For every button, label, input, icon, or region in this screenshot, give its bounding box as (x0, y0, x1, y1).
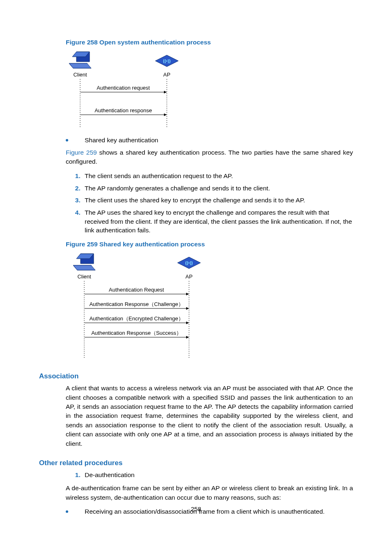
paragraph: A de-authentication frame can be sent by… (66, 484, 353, 502)
laptop-icon (73, 254, 95, 270)
laptop-icon (69, 52, 91, 68)
list-item: The client sends an authentication reque… (82, 171, 353, 181)
list-item: The AP uses the shared key to encrypt th… (82, 208, 353, 235)
sequence-diagram-258: Client ((•)) AP Authentication request A… (66, 51, 189, 129)
figure-258-caption: Figure 258 Open system authentication pr… (66, 39, 353, 46)
bullet-icon (66, 139, 68, 141)
client-label: Client (77, 273, 91, 280)
paragraph: Figure 259 shows a shared key authentica… (66, 148, 353, 167)
sequence-diagram-259: Client ((•)) AP Authentication Request A… (66, 253, 201, 360)
seq-msg: Authentication（Encrypted Challenge） (89, 315, 183, 322)
figure-259-xref[interactable]: Figure 259 (66, 149, 97, 156)
heading-other-related-procedures: Other related procedures (39, 459, 353, 467)
page-number: 258 (0, 505, 392, 512)
numbered-list: The client sends an authentication reque… (66, 171, 353, 235)
svg-text:((•)): ((•)) (185, 260, 193, 265)
paragraph-text: shows a shared key authentication proces… (66, 149, 353, 165)
seq-msg: Authentication Response（Success） (91, 330, 182, 336)
page: Figure 258 Open system authentication pr… (0, 0, 392, 533)
seq-msg: Authentication Response（Challenge） (89, 301, 183, 307)
seq-msg: Authentication Request (109, 287, 164, 293)
access-point-icon: ((•)) (178, 257, 201, 269)
list-item: The client uses the shared key to encryp… (82, 196, 353, 205)
figure-258-diagram: Client ((•)) AP Authentication request A… (66, 49, 353, 131)
numbered-list: De-authentication (66, 470, 353, 480)
list-item: De-authentication (82, 470, 353, 480)
ap-label: AP (163, 72, 170, 78)
client-label: Client (73, 72, 87, 78)
paragraph: A client that wants to access a wireless… (66, 384, 353, 448)
heading-association: Association (39, 372, 353, 380)
list-item: The AP randomly generates a challenge an… (82, 184, 353, 193)
access-point-icon: ((•)) (155, 55, 178, 67)
bullet-item: Shared key authentication (66, 137, 353, 144)
bullet-text: Shared key authentication (85, 137, 158, 144)
figure-259-caption: Figure 259 Shared key authentication pro… (66, 241, 353, 248)
ap-label: AP (185, 273, 192, 280)
svg-text:((•)): ((•)) (163, 58, 171, 63)
seq-msg: Authentication response (95, 107, 152, 114)
figure-259-diagram: Client ((•)) AP Authentication Request A… (66, 250, 353, 362)
seq-msg: Authentication request (97, 85, 150, 91)
